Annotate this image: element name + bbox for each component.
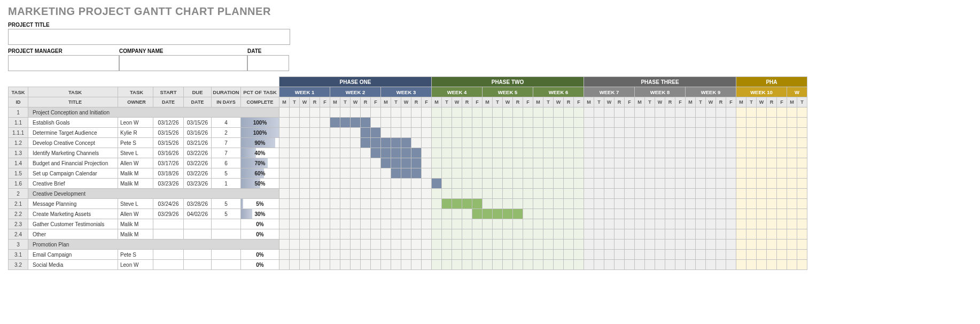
gantt-cell[interactable] <box>310 107 320 118</box>
gantt-cell[interactable] <box>432 209 442 219</box>
gantt-cell[interactable] <box>533 118 543 128</box>
gantt-cell[interactable] <box>564 199 574 209</box>
gantt-cell[interactable] <box>391 128 401 138</box>
gantt-cell[interactable] <box>564 148 574 158</box>
gantt-cell[interactable] <box>675 138 686 148</box>
gantt-cell[interactable] <box>493 209 503 219</box>
gantt-cell[interactable] <box>493 118 503 128</box>
gantt-cell[interactable] <box>706 158 716 168</box>
cell-duration[interactable]: 2 <box>212 128 241 138</box>
cell-due[interactable]: 03/22/26 <box>184 168 212 179</box>
gantt-cell[interactable] <box>787 209 797 219</box>
cell-id[interactable]: 1.4 <box>9 158 28 168</box>
gantt-cell[interactable] <box>675 118 686 128</box>
gantt-cell[interactable] <box>615 240 625 250</box>
gantt-cell[interactable] <box>625 128 635 138</box>
gantt-cell[interactable] <box>757 158 767 168</box>
gantt-cell[interactable] <box>330 219 340 229</box>
gantt-cell[interactable] <box>371 107 381 118</box>
gantt-cell[interactable] <box>300 199 310 209</box>
gantt-cell[interactable] <box>564 209 574 219</box>
gantt-cell[interactable] <box>787 118 797 128</box>
gantt-cell[interactable] <box>411 240 422 250</box>
gantt-cell[interactable] <box>645 240 655 250</box>
gantt-cell[interactable] <box>665 148 675 158</box>
gantt-cell[interactable] <box>320 107 330 118</box>
gantt-cell[interactable] <box>706 179 716 189</box>
gantt-cell[interactable] <box>452 219 462 229</box>
gantt-cell[interactable] <box>361 118 371 128</box>
gantt-cell[interactable] <box>371 138 381 148</box>
gantt-cell[interactable] <box>381 158 391 168</box>
gantt-cell[interactable] <box>635 158 645 168</box>
gantt-cell[interactable] <box>361 168 371 179</box>
gantt-cell[interactable] <box>645 209 655 219</box>
gantt-cell[interactable] <box>351 250 361 260</box>
gantt-cell[interactable] <box>665 229 675 240</box>
gantt-cell[interactable] <box>330 118 340 128</box>
gantt-cell[interactable] <box>726 168 736 179</box>
gantt-cell[interactable] <box>411 260 422 270</box>
gantt-cell[interactable] <box>686 148 696 158</box>
gantt-cell[interactable] <box>432 138 442 148</box>
gantt-cell[interactable] <box>564 189 574 199</box>
gantt-cell[interactable] <box>483 128 493 138</box>
gantt-cell[interactable] <box>594 168 604 179</box>
gantt-cell[interactable] <box>401 168 411 179</box>
gantt-cell[interactable] <box>574 118 584 128</box>
gantt-cell[interactable] <box>290 138 300 148</box>
gantt-cell[interactable] <box>665 250 675 260</box>
gantt-cell[interactable] <box>584 148 594 158</box>
gantt-cell[interactable] <box>533 240 543 250</box>
gantt-cell[interactable] <box>503 209 513 219</box>
gantt-cell[interactable] <box>503 240 513 250</box>
gantt-cell[interactable] <box>371 209 381 219</box>
gantt-cell[interactable] <box>706 107 716 118</box>
gantt-cell[interactable] <box>787 158 797 168</box>
gantt-cell[interactable] <box>381 189 391 199</box>
gantt-cell[interactable] <box>554 107 564 118</box>
gantt-cell[interactable] <box>493 219 503 229</box>
gantt-cell[interactable] <box>462 229 472 240</box>
gantt-cell[interactable] <box>300 107 310 118</box>
cell-id[interactable]: 2.3 <box>9 219 28 229</box>
gantt-cell[interactable] <box>533 199 543 209</box>
gantt-cell[interactable] <box>554 229 564 240</box>
gantt-cell[interactable] <box>320 168 330 179</box>
gantt-cell[interactable] <box>736 168 746 179</box>
gantt-cell[interactable] <box>726 260 736 270</box>
gantt-cell[interactable] <box>493 158 503 168</box>
gantt-cell[interactable] <box>381 260 391 270</box>
gantt-cell[interactable] <box>736 229 746 240</box>
gantt-cell[interactable] <box>686 138 696 148</box>
gantt-cell[interactable] <box>564 158 574 168</box>
gantt-cell[interactable] <box>696 138 706 148</box>
gantt-cell[interactable] <box>696 107 706 118</box>
gantt-cell[interactable] <box>635 148 645 158</box>
gantt-cell[interactable] <box>340 219 351 229</box>
gantt-cell[interactable] <box>391 199 401 209</box>
project-title-input[interactable] <box>8 29 290 45</box>
gantt-cell[interactable] <box>462 168 472 179</box>
gantt-cell[interactable] <box>371 240 381 250</box>
gantt-cell[interactable] <box>594 260 604 270</box>
gantt-cell[interactable] <box>340 260 351 270</box>
gantt-cell[interactable] <box>391 229 401 240</box>
gantt-cell[interactable] <box>574 138 584 148</box>
gantt-cell[interactable] <box>381 168 391 179</box>
gantt-cell[interactable] <box>371 148 381 158</box>
gantt-cell[interactable] <box>371 189 381 199</box>
gantt-cell[interactable] <box>320 118 330 128</box>
gantt-cell[interactable] <box>797 158 807 168</box>
gantt-cell[interactable] <box>574 107 584 118</box>
gantt-cell[interactable] <box>746 107 757 118</box>
gantt-cell[interactable] <box>442 179 452 189</box>
gantt-cell[interactable] <box>351 199 361 209</box>
gantt-cell[interactable] <box>787 168 797 179</box>
gantt-cell[interactable] <box>655 179 665 189</box>
cell-title[interactable]: Email Campaign <box>28 250 118 260</box>
gantt-cell[interactable] <box>625 168 635 179</box>
gantt-cell[interactable] <box>310 179 320 189</box>
gantt-cell[interactable] <box>381 118 391 128</box>
gantt-cell[interactable] <box>310 189 320 199</box>
